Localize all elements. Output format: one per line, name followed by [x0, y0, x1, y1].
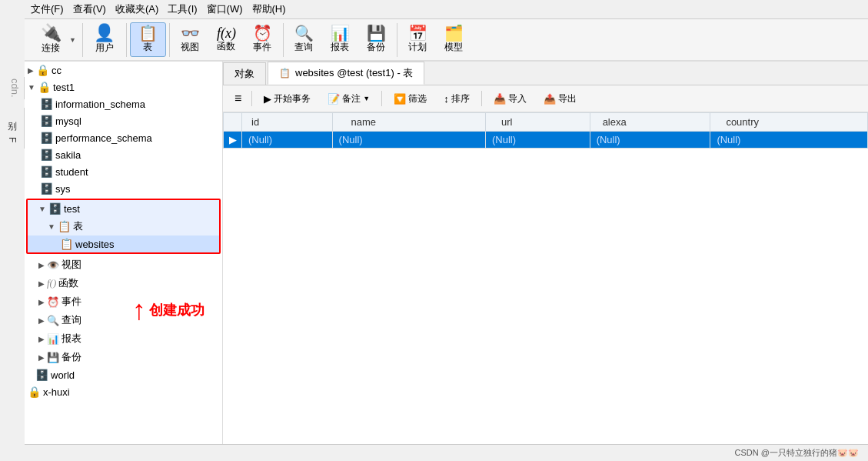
menu-window[interactable]: 窗口(W): [207, 2, 243, 16]
annotation: ↑ 创建成功: [132, 296, 205, 324]
toolbar-sep-3: [169, 23, 170, 57]
col-header-id[interactable]: id: [242, 113, 333, 132]
sidebar-label-views: 视图: [62, 258, 81, 272]
col-header-url[interactable]: url: [486, 113, 590, 132]
tab-bar: 对象 📋 websites @test (test1) - 表: [223, 62, 868, 85]
row-cell-name[interactable]: (Null): [332, 132, 485, 149]
sidebar-item-test1[interactable]: ▼ 🔒 test1: [25, 79, 222, 95]
main-toolbar: 🔌 连接 ▼ 👤 用户 📋 表: [25, 19, 868, 62]
sidebar-item-mysql[interactable]: 🗄️ mysql: [25, 112, 222, 129]
tab-object[interactable]: 对象: [223, 62, 266, 85]
sidebar-label-reports: 报表: [62, 332, 81, 346]
import-btn[interactable]: 📥 导入: [487, 89, 534, 109]
sidebar-item-world[interactable]: 🗄️ world: [25, 366, 222, 383]
row-cell-url[interactable]: (Null): [486, 132, 590, 149]
sidebar: ▶ 🔒 cc ▼ 🔒 test1 🗄️ information_schema: [25, 62, 223, 444]
sidebar-label-x-huxi: x-huxi: [43, 386, 70, 398]
toolbar2-sep2: [381, 91, 382, 106]
status-text: CSDN @一只特立独行的猪🐷🐷: [735, 447, 859, 459]
toolbar-plan[interactable]: 📅 计划: [401, 23, 435, 56]
sidebar-label-tables-group: 表: [73, 219, 83, 233]
menu-tools[interactable]: 工具(I): [168, 2, 197, 16]
sidebar-item-x-huxi[interactable]: 🔒 x-huxi: [25, 383, 222, 400]
sidebar-label-cc: cc: [52, 65, 62, 76]
filter-btn[interactable]: 🔽 筛选: [387, 89, 434, 109]
sidebar-item-backups[interactable]: ▶ 💾 备份: [25, 348, 222, 366]
toolbar-model[interactable]: 🗂️ 模型: [437, 23, 471, 56]
status-bar: CSDN @一只特立独行的猪🐷🐷: [25, 444, 868, 461]
row-cell-id[interactable]: (Null): [242, 132, 333, 149]
col-header-name[interactable]: name: [332, 113, 485, 132]
sidebar-label-events: 事件: [62, 295, 81, 309]
row-cell-alexa[interactable]: (Null): [590, 132, 710, 149]
sidebar-item-websites[interactable]: 📋 websites: [28, 236, 219, 252]
annotation-text: 创建成功: [149, 301, 205, 319]
menu-view[interactable]: 查看(V): [73, 2, 106, 16]
sidebar-item-reports[interactable]: ▶ 📊 报表: [25, 329, 222, 348]
sidebar-item-views[interactable]: ▶ 👁️ 视图: [25, 256, 222, 274]
sidebar-item-student[interactable]: 🗄️ student: [25, 163, 222, 180]
sidebar-item-funcs[interactable]: ▶ f() 函数: [25, 274, 222, 292]
row-arrow-cell: ▶: [224, 132, 242, 149]
toolbar-query[interactable]: 🔍 查询: [287, 23, 321, 56]
sidebar-label-world: world: [51, 369, 75, 381]
annotation-arrow: ↑: [132, 296, 146, 324]
sidebar-label-information-schema: information_schema: [55, 99, 145, 110]
app-window: cdn. 别 F 文件(F) 查看(V) 收藏夹(A) 工具(I) 窗口(W) …: [0, 0, 868, 461]
tab-table[interactable]: 📋 websites @test (test1) - 表: [268, 62, 424, 85]
sidebar-label-sakila: sakila: [55, 149, 81, 161]
sidebar-label-test: test: [64, 203, 80, 215]
menu-file[interactable]: 文件(F): [31, 2, 64, 16]
toolbar-table[interactable]: 📋 表: [130, 22, 166, 57]
sidebar-item-performance-schema[interactable]: 🗄️ performance_schema: [25, 129, 222, 146]
toolbar-sep-5: [397, 23, 397, 57]
sidebar-item-sakila[interactable]: 🗄️ sakila: [25, 146, 222, 163]
menu-favorites[interactable]: 收藏夹(A): [115, 2, 158, 16]
sidebar-label-funcs: 函数: [58, 276, 78, 290]
sidebar-item-cc[interactable]: ▶ 🔒 cc: [25, 62, 222, 79]
sidebar-label-backups: 备份: [62, 350, 81, 364]
sidebar-item-test[interactable]: ▼ 🗄️ test: [28, 200, 219, 217]
toolbar2-sep3: [481, 91, 482, 106]
sidebar-label-websites: websites: [75, 239, 115, 250]
left-sidebar-icons: 别 F: [0, 108, 25, 149]
sidebar-label-student: student: [55, 166, 88, 178]
row-cell-country[interactable]: (Null): [710, 132, 868, 149]
toolbar-report[interactable]: 📊 报表: [323, 23, 358, 56]
menu-icon-btn[interactable]: ≡: [229, 89, 247, 109]
data-table: id name url alexa country ▶ (Null): [223, 112, 868, 149]
menu-help[interactable]: 帮助(H): [252, 2, 286, 16]
toolbar-view[interactable]: 👓 视图: [173, 23, 208, 56]
table-container: id name url alexa country ▶ (Null): [223, 112, 868, 444]
sidebar-item-sys[interactable]: 🗄️ sys: [25, 180, 222, 197]
sidebar-item-tables-group[interactable]: ▼ 📋 表: [28, 217, 219, 236]
sort-btn[interactable]: ↕ 排序: [437, 89, 477, 109]
toolbar-sep-4: [283, 23, 284, 57]
sidebar-label-performance-schema: performance_schema: [55, 132, 152, 144]
col-header-row-indicator: [224, 113, 242, 132]
table-toolbar: ≡ ▶ 开始事务 📝 备注 ▼ 🔽 筛选: [223, 85, 868, 112]
sidebar-item-information-schema[interactable]: 🗄️ information_schema: [25, 95, 222, 112]
toolbar-event[interactable]: ⏰ 事件: [245, 23, 280, 56]
sidebar-label-queries: 查询: [62, 313, 81, 327]
menu-bar: 文件(F) 查看(V) 收藏夹(A) 工具(I) 窗口(W) 帮助(H): [25, 0, 868, 19]
col-header-country[interactable]: country: [710, 113, 868, 132]
col-header-alexa[interactable]: alexa: [590, 113, 710, 132]
toolbar-func[interactable]: f(x) 函数: [209, 24, 244, 55]
export-btn[interactable]: 📤 导出: [537, 89, 584, 109]
highlighted-group: ▼ 🗄️ test ▼ 📋 表 📋 website: [26, 199, 221, 254]
comment-btn[interactable]: 📝 备注 ▼: [321, 89, 377, 109]
sidebar-label-test1: test1: [53, 82, 75, 93]
sidebar-label-sys: sys: [55, 183, 71, 195]
toolbar-sep-1: [82, 23, 83, 57]
table-row[interactable]: ▶ (Null) (Null) (Null) (Null) (Null): [224, 132, 868, 149]
sidebar-label-mysql: mysql: [55, 115, 81, 127]
toolbar-user[interactable]: 👤 用户: [86, 22, 123, 57]
toolbar-sep-2: [126, 23, 127, 57]
begin-transaction-btn[interactable]: ▶ 开始事务: [257, 89, 318, 109]
toolbar-connect[interactable]: 🔌 连接 ▼: [31, 22, 79, 57]
watermark: cdn.: [0, 77, 25, 99]
toolbar-backup[interactable]: 💾 备份: [359, 23, 394, 56]
content-area: 对象 📋 websites @test (test1) - 表 ≡ ▶: [223, 62, 868, 444]
toolbar2-sep1: [251, 91, 252, 106]
